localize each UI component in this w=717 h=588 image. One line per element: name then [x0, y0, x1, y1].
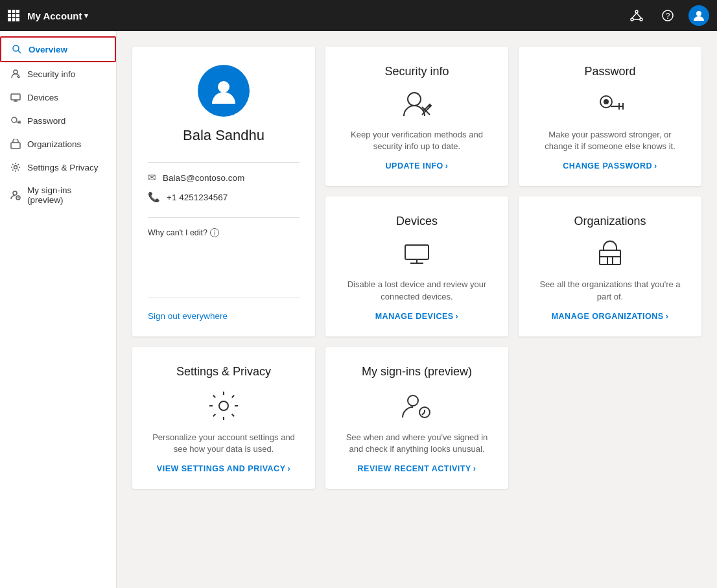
view-settings-privacy-link[interactable]: VIEW SETTINGS AND PRIVACY › — [157, 464, 290, 473]
svg-point-53 — [408, 395, 418, 406]
password-desc: Make your password stronger, or change i… — [534, 129, 686, 152]
sidebar-item-settings-privacy[interactable]: Settings & Privacy — [0, 156, 116, 179]
security-info-card-icon — [401, 89, 432, 120]
svg-rect-45 — [405, 245, 429, 259]
review-activity-link[interactable]: REVIEW RECENT ACTIVITY › — [358, 464, 476, 473]
svg-point-9 — [635, 10, 638, 13]
manage-devices-link[interactable]: MANAGE DEVICES › — [375, 312, 459, 321]
bottom-empty-col — [519, 347, 701, 489]
svg-rect-6 — [8, 18, 11, 21]
settings-privacy-icon — [10, 162, 21, 172]
svg-point-31 — [13, 191, 17, 195]
organizations-card-icon — [594, 239, 626, 270]
title-chevron: ▾ — [84, 12, 88, 20]
svg-rect-4 — [12, 14, 16, 18]
organizations-title: Organizations — [574, 215, 646, 228]
settings-privacy-card: Settings & Privacy Personalize your acco… — [132, 347, 315, 489]
svg-rect-1 — [12, 10, 16, 13]
my-signins-icon — [10, 190, 21, 200]
profile-card: Bala Sandhu ✉ BalaS@contoso.com 📞 +1 425… — [132, 47, 315, 336]
organizations-icon — [10, 139, 21, 149]
svg-rect-8 — [16, 18, 19, 21]
svg-line-12 — [632, 13, 637, 18]
svg-rect-7 — [12, 18, 16, 21]
sidebar-item-overview[interactable]: Overview — [0, 36, 116, 62]
profile-avatar — [198, 65, 250, 117]
settings-privacy-card-icon — [207, 389, 241, 423]
my-signins-card-title: My sign-ins (preview) — [362, 365, 472, 379]
security-info-desc: Keep your verification methods and secur… — [341, 129, 493, 152]
profile-email: BalaS@contoso.com — [163, 173, 244, 183]
info-circle-icon: i — [210, 228, 219, 237]
svg-line-56 — [422, 412, 425, 415]
topbar: My Account ▾ ? — [0, 0, 717, 31]
sign-out-link[interactable]: Sign out everywhere — [148, 303, 300, 321]
profile-phone: +1 4251234567 — [167, 193, 228, 202]
help-icon[interactable]: ? — [657, 5, 678, 26]
app-body: Overview Security info Devices — [0, 31, 717, 588]
organizations-desc: See all the organizations that you're a … — [534, 279, 686, 302]
profile-name: Bala Sandhu — [183, 127, 264, 144]
svg-line-21 — [17, 76, 19, 78]
network-icon[interactable] — [626, 5, 647, 26]
grid-icon[interactable] — [8, 10, 19, 21]
sidebar-item-password[interactable]: Password — [0, 109, 116, 132]
sidebar: Overview Security info Devices — [0, 31, 117, 588]
password-card-icon — [594, 89, 626, 120]
manage-organizations-link[interactable]: MANAGE ORGANIZATIONS › — [552, 312, 669, 321]
svg-point-52 — [219, 401, 228, 410]
password-icon — [10, 115, 21, 126]
sidebar-item-organizations[interactable]: Organizations — [0, 132, 116, 156]
svg-point-18 — [13, 45, 19, 51]
profile-email-row: ✉ BalaS@contoso.com — [148, 168, 300, 187]
svg-point-17 — [696, 11, 701, 16]
profile-phone-row: 📞 +1 4251234567 — [148, 187, 300, 207]
topbar-icons: ? — [626, 5, 709, 26]
devices-desc: Disable a lost device and review your co… — [341, 279, 493, 302]
svg-point-44 — [604, 99, 609, 104]
update-info-link[interactable]: UPDATE INFO › — [386, 161, 449, 171]
devices-card-icon — [401, 239, 432, 270]
svg-point-36 — [408, 93, 421, 106]
my-signins-desc: See when and where you've signed in and … — [341, 432, 493, 455]
settings-privacy-desc: Personalize your account settings and se… — [148, 432, 300, 455]
user-avatar[interactable] — [688, 5, 709, 26]
sidebar-item-my-signins[interactable]: My sign-ins (preview) — [0, 179, 116, 211]
overview-icon — [12, 44, 22, 54]
email-icon: ✉ — [148, 172, 156, 183]
svg-rect-2 — [16, 10, 19, 13]
svg-line-13 — [637, 13, 641, 18]
settings-privacy-card-title: Settings & Privacy — [176, 365, 271, 379]
main-content: Bala Sandhu ✉ BalaS@contoso.com 📞 +1 425… — [117, 31, 717, 588]
organizations-card: Organizations See all the organizations … — [519, 196, 701, 336]
svg-line-19 — [18, 51, 21, 53]
svg-point-20 — [14, 70, 18, 74]
my-signins-card-icon — [400, 389, 434, 423]
svg-rect-5 — [16, 14, 19, 18]
app-title[interactable]: My Account ▾ — [27, 10, 88, 21]
bottom-cards-row: Settings & Privacy Personalize your acco… — [132, 347, 701, 489]
devices-icon — [10, 92, 21, 102]
devices-card: Devices Disable a lost device and review… — [325, 196, 508, 336]
svg-point-30 — [14, 166, 18, 169]
svg-point-11 — [640, 18, 642, 21]
security-info-card: Security info Keep your verification met… — [325, 47, 508, 186]
sidebar-item-security-info[interactable]: Security info — [0, 62, 116, 86]
svg-rect-22 — [11, 94, 20, 100]
sidebar-item-devices[interactable]: Devices — [0, 86, 116, 109]
profile-edit-note: Why can't I edit? i — [148, 223, 300, 237]
phone-icon: 📞 — [148, 191, 160, 203]
my-signins-card: My sign-ins (preview) See when and where… — [325, 347, 508, 489]
svg-rect-3 — [8, 14, 11, 18]
change-password-link[interactable]: CHANGE PASSWORD › — [563, 161, 657, 171]
password-card: Password Make your password stronger, or… — [519, 47, 701, 186]
svg-point-10 — [631, 18, 633, 21]
svg-rect-29 — [11, 143, 20, 148]
svg-point-25 — [12, 117, 17, 123]
security-info-icon — [10, 69, 21, 79]
devices-title: Devices — [396, 215, 438, 228]
svg-point-35 — [218, 81, 229, 93]
security-info-title: Security info — [384, 65, 449, 78]
password-title: Password — [584, 65, 635, 78]
svg-text:?: ? — [666, 12, 670, 21]
